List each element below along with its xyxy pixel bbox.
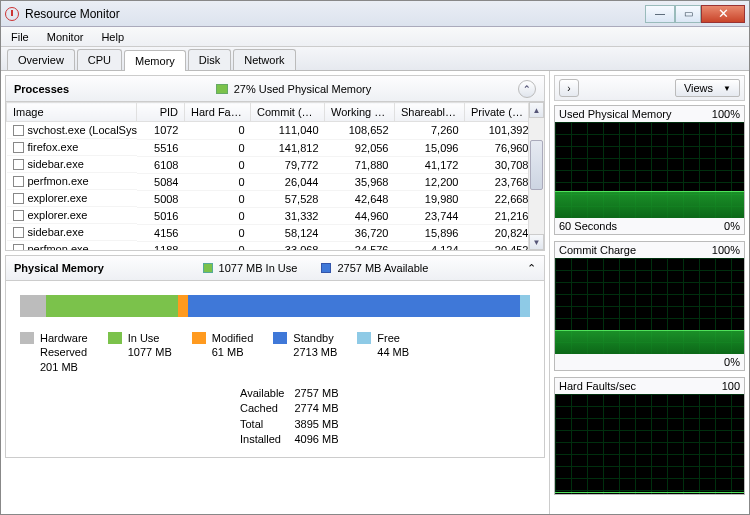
- table-row[interactable]: explorer.exe5016031,33244,96023,74421,21…: [7, 207, 545, 224]
- cell-private: 76,960: [465, 139, 535, 156]
- legend-modified-swatch: [192, 332, 206, 344]
- processes-header[interactable]: Processes 27% Used Physical Memory ⌃: [6, 76, 544, 102]
- tab-memory[interactable]: Memory: [124, 50, 186, 71]
- close-button[interactable]: ✕: [701, 5, 745, 23]
- stat-installed-label: Installed: [240, 432, 284, 447]
- row-checkbox[interactable]: [13, 176, 24, 187]
- legend-standby-label: Standby: [293, 331, 337, 345]
- legend-inuse-value: 1077 MB: [128, 345, 172, 359]
- cell-workingset: 42,648: [325, 190, 395, 207]
- cell-image: sidebar.exe: [28, 226, 84, 238]
- in-use-stat: 1077 MB In Use: [219, 262, 298, 274]
- legend-free-label: Free: [377, 331, 409, 345]
- physical-memory-header[interactable]: Physical Memory 1077 MB In Use 2757 MB A…: [5, 255, 545, 281]
- cell-pid: 5016: [137, 207, 185, 224]
- charts-collapse-button[interactable]: ›: [559, 79, 579, 97]
- cell-pid: 6108: [137, 156, 185, 173]
- menu-file[interactable]: File: [7, 29, 33, 45]
- chart-hard-faults: Hard Faults/sec100: [554, 377, 745, 495]
- chart3-title: Hard Faults/sec: [559, 380, 636, 392]
- menu-help[interactable]: Help: [97, 29, 128, 45]
- scroll-down-icon[interactable]: ▼: [529, 234, 544, 250]
- col-image[interactable]: Image: [7, 103, 137, 122]
- views-button[interactable]: Views ▼: [675, 79, 740, 97]
- col-hardfaults[interactable]: Hard Faul...: [185, 103, 251, 122]
- col-pid[interactable]: PID: [137, 103, 185, 122]
- row-checkbox[interactable]: [13, 125, 24, 136]
- cell-shareable: 7,260: [395, 122, 465, 140]
- legend-modified-value: 61 MB: [212, 345, 254, 359]
- col-workingset[interactable]: Working S...: [325, 103, 395, 122]
- cell-pid: 1188: [137, 241, 185, 250]
- cell-image: svchost.exe (LocalSyste...: [28, 124, 137, 136]
- chart-commit-charge: Commit Charge100% 0%: [554, 241, 745, 371]
- memory-bar: [20, 295, 530, 317]
- cell-image: explorer.exe: [28, 209, 88, 221]
- cell-hardfaults: 0: [185, 122, 251, 140]
- cell-workingset: 108,652: [325, 122, 395, 140]
- cell-hardfaults: 0: [185, 207, 251, 224]
- chart1-foot-right: 0%: [724, 220, 740, 232]
- row-checkbox[interactable]: [13, 227, 24, 238]
- menu-monitor[interactable]: Monitor: [43, 29, 88, 45]
- table-scrollbar[interactable]: ▲ ▼: [528, 102, 544, 250]
- memory-swatch-icon: [216, 84, 228, 94]
- cell-commit: 111,040: [251, 122, 325, 140]
- stat-cached-label: Cached: [240, 401, 284, 416]
- membar-hardware: [20, 295, 46, 317]
- cell-workingset: 44,960: [325, 207, 395, 224]
- table-row[interactable]: sidebar.exe4156058,12436,72015,89620,824: [7, 224, 545, 241]
- cell-hardfaults: 0: [185, 156, 251, 173]
- tabbar: Overview CPU Memory Disk Network: [1, 47, 749, 71]
- tab-overview[interactable]: Overview: [7, 49, 75, 70]
- col-commit[interactable]: Commit (KB): [251, 103, 325, 122]
- cell-hardfaults: 0: [185, 139, 251, 156]
- cell-workingset: 35,968: [325, 173, 395, 190]
- chart1-foot-left: 60 Seconds: [559, 220, 617, 232]
- maximize-button[interactable]: ▭: [675, 5, 701, 23]
- table-row[interactable]: sidebar.exe6108079,77271,88041,17230,708: [7, 156, 545, 173]
- cell-private: 21,216: [465, 207, 535, 224]
- charts-toolbar: › Views ▼: [554, 75, 745, 101]
- legend-modified-label: Modified: [212, 331, 254, 345]
- cell-hardfaults: 0: [185, 173, 251, 190]
- table-row[interactable]: perfmon.exe1188033,06824,5764,12420,452: [7, 241, 545, 250]
- cell-commit: 26,044: [251, 173, 325, 190]
- tab-cpu[interactable]: CPU: [77, 49, 122, 70]
- titlebar[interactable]: Resource Monitor — ▭ ✕: [1, 1, 749, 27]
- tab-disk[interactable]: Disk: [188, 49, 231, 70]
- collapse-button[interactable]: ⌃: [518, 80, 536, 98]
- cell-pid: 4156: [137, 224, 185, 241]
- app-icon: [5, 7, 19, 21]
- cell-commit: 31,332: [251, 207, 325, 224]
- row-checkbox[interactable]: [13, 142, 24, 153]
- legend-inuse-swatch: [108, 332, 122, 344]
- table-row[interactable]: firefox.exe55160141,81292,05615,09676,96…: [7, 139, 545, 156]
- cell-shareable: 41,172: [395, 156, 465, 173]
- views-label: Views: [684, 82, 713, 94]
- table-header-row[interactable]: Image PID Hard Faul... Commit (KB) Worki…: [7, 103, 545, 122]
- table-row[interactable]: explorer.exe5008057,52842,64819,98022,66…: [7, 190, 545, 207]
- window-title: Resource Monitor: [25, 7, 120, 21]
- legend-hardware-label: HardwareReserved: [40, 331, 88, 360]
- row-checkbox[interactable]: [13, 193, 24, 204]
- col-private[interactable]: Private (KB): [465, 103, 535, 122]
- row-checkbox[interactable]: [13, 244, 24, 251]
- scroll-thumb[interactable]: [530, 140, 543, 190]
- row-checkbox[interactable]: [13, 210, 24, 221]
- minimize-button[interactable]: —: [645, 5, 675, 23]
- chart2-foot-right: 0%: [724, 356, 740, 368]
- table-row[interactable]: svchost.exe (LocalSyste...10720111,04010…: [7, 122, 545, 140]
- scroll-up-icon[interactable]: ▲: [529, 102, 544, 118]
- col-shareable[interactable]: Shareable ...: [395, 103, 465, 122]
- collapse-button[interactable]: ⌃: [527, 262, 536, 275]
- cell-commit: 58,124: [251, 224, 325, 241]
- membar-free: [520, 295, 530, 317]
- row-checkbox[interactable]: [13, 159, 24, 170]
- chart1-max: 100%: [712, 108, 740, 120]
- legend-standby-value: 2713 MB: [293, 345, 337, 359]
- tab-network[interactable]: Network: [233, 49, 295, 70]
- cell-image: firefox.exe: [28, 141, 79, 153]
- table-row[interactable]: perfmon.exe5084026,04435,96812,20023,768: [7, 173, 545, 190]
- memory-legend: HardwareReserved201 MB In Use1077 MB Mod…: [20, 331, 530, 374]
